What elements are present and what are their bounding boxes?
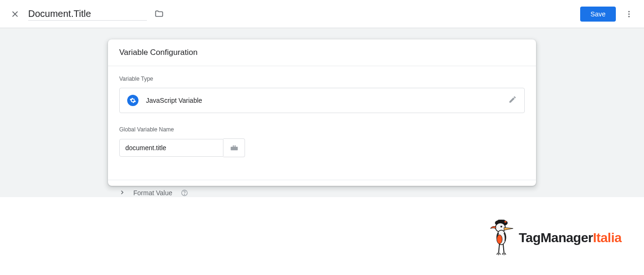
svg-rect-5 [230,147,238,151]
gear-icon [130,97,136,104]
save-button[interactable]: Save [580,7,616,22]
global-variable-name-input[interactable] [119,139,223,157]
svg-line-17 [499,244,500,253]
card-body: Variable Type JavaScript Variable Global… [108,66,536,167]
variable-config-card: Variable Configuration Variable Type Jav… [108,39,536,186]
brand-text-main: TagManager [519,230,593,245]
variable-type-name: JavaScript Variable [146,97,202,104]
woodpecker-icon [488,217,515,259]
svg-rect-6 [233,145,234,147]
header-left [9,8,164,21]
brand-text: TagManagerItalia [519,230,621,245]
more-vert-icon [625,10,633,18]
chevron-right-icon [119,190,125,195]
format-value-label: Format Value [133,189,172,197]
brand-text-accent: Italia [593,230,621,245]
page-header: Save [0,0,644,28]
more-menu-button[interactable] [623,10,635,18]
javascript-variable-icon [127,95,138,106]
close-button[interactable] [9,8,21,20]
global-variable-input-group [119,138,525,157]
variable-type-selector[interactable]: JavaScript Variable [119,88,525,113]
brick-icon [230,145,238,151]
type-selector-left: JavaScript Variable [127,95,202,106]
svg-point-14 [500,226,502,228]
svg-point-9 [184,194,184,195]
folder-button[interactable] [154,9,164,19]
format-value-help[interactable] [181,189,188,197]
edit-type-button[interactable] [508,95,517,106]
variable-type-label: Variable Type [119,76,525,82]
close-icon [11,10,19,18]
main-content: Variable Configuration Variable Type Jav… [0,28,644,197]
variable-name-input[interactable] [28,8,147,21]
expand-chevron [119,189,125,197]
pencil-icon [508,95,517,104]
svg-point-16 [497,235,503,244]
header-right: Save [580,7,635,22]
global-variable-name-label: Global Variable Name [119,126,525,133]
folder-icon [154,9,164,19]
svg-point-2 [629,11,630,12]
svg-point-3 [629,13,630,15]
card-title: Variable Configuration [108,39,536,66]
svg-point-4 [629,15,630,17]
svg-rect-7 [234,145,235,147]
brand-logo: TagManagerItalia [488,217,621,259]
svg-line-18 [503,244,504,253]
variable-picker-button[interactable] [223,138,245,157]
format-value-row[interactable]: Format Value [108,180,536,206]
svg-rect-12 [505,221,506,222]
help-icon [181,189,188,197]
